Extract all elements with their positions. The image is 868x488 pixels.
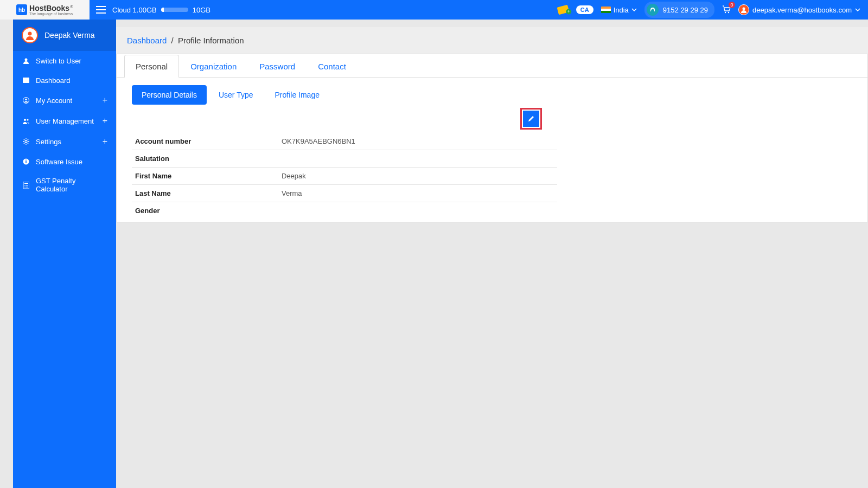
ticket-icon[interactable]: +: [557, 5, 569, 15]
detail-label: Account number: [135, 137, 282, 145]
top-bar: hb HostBooks ® The language of business …: [0, 0, 868, 20]
detail-label: Last Name: [135, 189, 282, 197]
cloud-used-label: Cloud 1.00GB: [112, 6, 157, 14]
detail-label: Salutation: [135, 155, 282, 163]
detail-value: OK7K9A5AEBGN6BN1: [282, 137, 355, 145]
subtab-user-type[interactable]: User Type: [209, 85, 263, 105]
detail-row: Account number OK7K9A5AEBGN6BN1: [132, 133, 557, 150]
sidebar-item-label: Software Issue: [36, 158, 82, 166]
expand-icon: +: [103, 116, 107, 126]
headset-icon: [647, 4, 659, 16]
india-flag-icon: [601, 7, 611, 13]
edit-button[interactable]: [523, 111, 539, 127]
account-icon: [22, 96, 30, 105]
cart-count-badge: 0: [729, 2, 735, 8]
sidebar-item-settings[interactable]: Settings +: [13, 131, 116, 152]
calculator-icon: [22, 181, 30, 189]
ca-badge[interactable]: CA: [576, 5, 593, 14]
expand-icon: +: [103, 95, 107, 105]
svg-point-20: [25, 187, 27, 188]
sidebar-item-label: GST Penalty Calculator: [36, 177, 107, 193]
sidebar-item-switch-user[interactable]: Switch to User: [13, 51, 116, 70]
sidebar-item-software-issue[interactable]: Software Issue: [13, 152, 116, 171]
cloud-storage-indicator: Cloud 1.00GB 10GB: [112, 6, 210, 14]
svg-point-10: [25, 140, 27, 143]
detail-value: Verma: [282, 189, 302, 197]
edit-row: [132, 108, 557, 133]
breadcrumb: Dashboard / Profile Information: [116, 27, 868, 54]
support-phone[interactable]: 9152 29 29 29: [644, 2, 714, 18]
users-icon: [22, 117, 30, 125]
detail-row: Last Name Verma: [132, 185, 557, 202]
svg-point-13: [25, 159, 27, 160]
expand-icon: +: [103, 137, 107, 146]
cloud-progress-bar: [161, 8, 188, 12]
user-menu[interactable]: deepak.verma@hostbooks.com: [738, 4, 860, 15]
gear-icon: [22, 137, 30, 146]
hamburger-menu-icon[interactable]: [96, 6, 106, 14]
topbar-right: + CA India 9152 29 29 29 0 deepak.verma@…: [558, 2, 868, 18]
user-icon: [22, 56, 30, 65]
cloud-total-label: 10GB: [193, 6, 210, 14]
svg-point-19: [24, 187, 25, 188]
subtab-personal-details[interactable]: Personal Details: [132, 85, 207, 105]
sidebar-user[interactable]: Deepak Verma: [13, 20, 116, 51]
svg-rect-15: [24, 183, 28, 184]
country-selector[interactable]: India: [601, 6, 637, 14]
svg-rect-5: [23, 78, 29, 83]
primary-tabs: Personal Organization Password Contact: [117, 54, 867, 78]
sidebar-item-gst-calculator[interactable]: GST Penalty Calculator: [13, 171, 116, 198]
detail-row: Gender: [132, 202, 557, 219]
svg-point-17: [25, 185, 27, 186]
breadcrumb-sep: /: [171, 36, 174, 45]
sidebar-item-user-management[interactable]: User Management +: [13, 111, 116, 131]
svg-point-1: [728, 12, 729, 13]
sidebar-item-label: User Management: [36, 117, 94, 125]
main-layout: Deepak Verma Switch to User Dashboard My…: [0, 20, 868, 488]
detail-label: Gender: [135, 207, 282, 215]
sidebar-item-dashboard[interactable]: Dashboard: [13, 70, 116, 90]
subtab-profile-image[interactable]: Profile Image: [265, 85, 329, 105]
svg-point-3: [28, 32, 32, 36]
svg-point-7: [25, 99, 27, 101]
svg-point-9: [27, 119, 28, 120]
detail-label: First Name: [135, 172, 282, 180]
sidebar-item-label: Settings: [36, 138, 61, 146]
dashboard-icon: [22, 76, 30, 85]
brand-logo[interactable]: hb HostBooks ® The language of business: [0, 0, 90, 20]
svg-point-18: [27, 185, 28, 186]
details-section: Account number OK7K9A5AEBGN6BN1 Salutati…: [117, 108, 572, 224]
brand-name: HostBooks: [29, 4, 69, 12]
phone-number: 9152 29 29 29: [663, 6, 708, 14]
chevron-down-icon: [631, 8, 637, 11]
tab-organization[interactable]: Organization: [179, 55, 248, 78]
tab-password[interactable]: Password: [248, 55, 307, 78]
svg-point-21: [27, 187, 28, 188]
svg-point-16: [24, 185, 25, 186]
sidebar-item-label: Dashboard: [36, 76, 71, 85]
svg-point-2: [742, 8, 745, 10]
info-icon: [22, 157, 30, 166]
breadcrumb-current: Profile Information: [178, 36, 244, 45]
chevron-down-icon: [855, 8, 860, 11]
brand-reg: ®: [70, 4, 73, 9]
detail-value: Deepak: [282, 172, 306, 180]
cart-button[interactable]: 0: [722, 5, 731, 14]
svg-point-0: [725, 12, 726, 13]
edit-highlight: [520, 108, 542, 130]
svg-rect-12: [25, 161, 27, 163]
detail-row: Salutation: [132, 150, 557, 168]
sidebar-avatar-icon: [22, 27, 38, 43]
user-email: deepak.verma@hostbooks.com: [752, 6, 852, 14]
profile-panel: Personal Organization Password Contact P…: [116, 54, 868, 222]
sidebar-item-my-account[interactable]: My Account +: [13, 90, 116, 111]
brand-tagline: The language of business: [29, 12, 73, 16]
breadcrumb-root-link[interactable]: Dashboard: [127, 36, 167, 45]
svg-point-8: [24, 119, 26, 121]
sidebar-item-label: My Account: [36, 97, 72, 105]
tab-contact[interactable]: Contact: [307, 55, 358, 78]
tab-personal[interactable]: Personal: [124, 55, 179, 78]
detail-row: First Name Deepak: [132, 168, 557, 185]
pencil-icon: [527, 115, 535, 123]
secondary-tabs: Personal Details User Type Profile Image: [117, 78, 867, 108]
